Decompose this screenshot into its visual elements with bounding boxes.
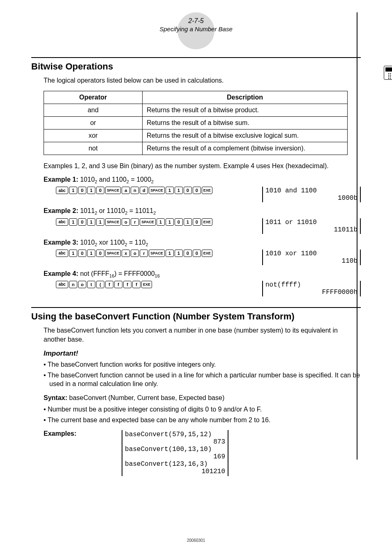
key-abc: abc	[56, 281, 68, 288]
key-0: 0	[184, 187, 192, 194]
key-exe: EXE	[141, 281, 152, 288]
page-number: 2-7-5	[31, 17, 361, 25]
example-2-title: Example 2: 10112 or 110102 = 110112	[44, 207, 361, 215]
key-abc: abc	[56, 250, 68, 257]
example-2: Example 2: 10112 or 110102 = 110112 abc …	[44, 207, 361, 225]
key-1: 1	[87, 250, 95, 257]
list-item: The current base and expected base can b…	[44, 416, 361, 425]
key-n: n	[131, 187, 139, 194]
table-row: xorReturns the result of a bitwise exclu…	[44, 129, 348, 142]
key-f: f	[105, 281, 113, 288]
key-1: 1	[69, 187, 77, 194]
key-1: 1	[157, 218, 165, 226]
section-rule	[31, 57, 361, 58]
examples-label: Examples:	[44, 430, 76, 437]
example-1-title: Example 1: 10102 and 11002 = 10002	[44, 176, 361, 184]
example-1: Example 1: 10102 and 11002 = 10002 abc 1…	[44, 176, 361, 194]
baseconvert-examples: Examples: baseConvert(579,15,12) 873 bas…	[44, 430, 361, 476]
key-f: f	[132, 281, 141, 288]
desc-cell: Returns the result of a bitwise exclusiv…	[143, 129, 348, 142]
syntax-text: baseConvert (Number, Current base, Expec…	[69, 394, 224, 401]
key-t: t	[87, 281, 95, 288]
important-label: Important!	[44, 349, 361, 358]
table-row: notReturns the result of a complement (b…	[44, 142, 348, 155]
example-4-row: abc n o t ( f f f f EXE not(ffff) FFFF00…	[44, 281, 361, 288]
key-space: SPACE	[149, 250, 164, 257]
screen-input: baseConvert(579,15,12)	[125, 431, 212, 438]
example-label: Example 4:	[44, 270, 78, 277]
key-1: 1	[166, 187, 174, 194]
key-1: 1	[175, 187, 183, 194]
example-1-row: abc 1 0 1 0 SPACE a n d SPACE 1 1 0 0 EX…	[44, 187, 361, 194]
key-x: x	[122, 250, 130, 257]
op-cell: and	[44, 104, 143, 116]
key-0: 0	[96, 250, 104, 257]
key-o: o	[122, 218, 130, 226]
syntax-list: Number must be a positive integer consis…	[44, 405, 361, 424]
operator-table: Operator Description andReturns the resu…	[44, 91, 348, 155]
key-0: 0	[193, 187, 201, 194]
th-description: Description	[143, 91, 348, 104]
key-1: 1	[69, 250, 77, 257]
example-2-row: abc 1 0 1 1 SPACE o r SPACE 1 1 0 1 0 EX…	[44, 218, 361, 226]
example-1-screen: 1010 and 1100 1000b	[262, 187, 361, 202]
list-item: The baseConvert function cannot be used …	[44, 371, 361, 388]
important-list: The baseConvert function works for posit…	[44, 360, 361, 388]
screen-input: 1010 xor 1100	[265, 250, 317, 257]
key-n: n	[69, 281, 77, 288]
key-space: SPACE	[149, 187, 164, 194]
example-label: Example 2:	[44, 207, 78, 214]
key-1: 1	[175, 250, 183, 257]
screen-output: 873	[125, 438, 225, 446]
baseconvert-screen: baseConvert(579,15,12) 873 baseConvert(1…	[122, 430, 228, 476]
key-space: SPACE	[105, 187, 121, 194]
section-rule	[31, 307, 361, 308]
example-label: Example 3:	[44, 239, 78, 246]
example-3: Example 3: 10102 xor 11002 = 1102 abc 1 …	[44, 239, 361, 257]
key-f: f	[114, 281, 122, 288]
screen-output: 110b	[265, 257, 357, 265]
example-2-keys: abc 1 0 1 1 SPACE o r SPACE 1 1 0 1 0 EX…	[56, 218, 212, 226]
key-o: o	[78, 281, 86, 288]
section-title-bitwise: Bitwise Operations	[31, 61, 361, 72]
key-1: 1	[87, 218, 95, 226]
syntax-label: Syntax:	[44, 394, 67, 401]
example-2-screen: 1011 or 11010 11011b	[262, 218, 361, 234]
screen-input: not(ffff)	[265, 281, 301, 289]
key-o: o	[131, 250, 139, 257]
example-4-title: Example 4: not (FFFF16) = FFFF000016	[44, 270, 361, 278]
key-0: 0	[193, 218, 201, 226]
section2-intro: The baseConvert function lets you conver…	[44, 326, 361, 344]
example-3-keys: abc 1 0 1 0 SPACE x o r SPACE 1 1 0 0 EX…	[56, 250, 212, 257]
key-paren: (	[96, 281, 104, 288]
key-f: f	[123, 281, 131, 288]
page-title: Specifying a Number Base	[159, 25, 233, 32]
example-3-title: Example 3: 10102 xor 11002 = 1102	[44, 239, 361, 247]
key-exe: EXE	[202, 218, 212, 226]
op-cell: xor	[44, 129, 143, 142]
key-space: SPACE	[105, 250, 121, 257]
key-0: 0	[193, 250, 201, 257]
example-3-screen: 1010 xor 1100 110b	[262, 250, 361, 265]
key-space: SPACE	[140, 218, 155, 226]
table-row: orReturns the result of a bitwise sum.	[44, 116, 348, 129]
op-cell: or	[44, 116, 143, 129]
key-1: 1	[166, 250, 174, 257]
desc-cell: Returns the result of a bitwise product.	[143, 104, 348, 116]
key-exe: EXE	[202, 187, 212, 194]
example-3-row: abc 1 0 1 0 SPACE x o r SPACE 1 1 0 0 EX…	[44, 250, 361, 257]
key-0: 0	[175, 218, 183, 226]
key-exe: EXE	[202, 250, 212, 257]
desc-cell: Returns the result of a bitwise sum.	[143, 116, 348, 129]
key-r: r	[140, 250, 148, 257]
th-operator: Operator	[44, 91, 143, 104]
key-0: 0	[184, 250, 192, 257]
examples-intro: Examples 1, 2, and 3 use Bin (binary) as…	[44, 162, 361, 171]
key-0: 0	[96, 187, 104, 194]
section-title-baseconvert: Using the baseConvert Function (Number S…	[31, 311, 361, 322]
list-item: Number must be a positive integer consis…	[44, 405, 361, 414]
desc-cell: Returns the result of a complement (bitw…	[143, 142, 348, 155]
screen-output: 1000b	[265, 194, 357, 202]
example-label: Example 1:	[44, 176, 78, 183]
syntax-line: Syntax: baseConvert (Number, Current bas…	[44, 394, 361, 402]
